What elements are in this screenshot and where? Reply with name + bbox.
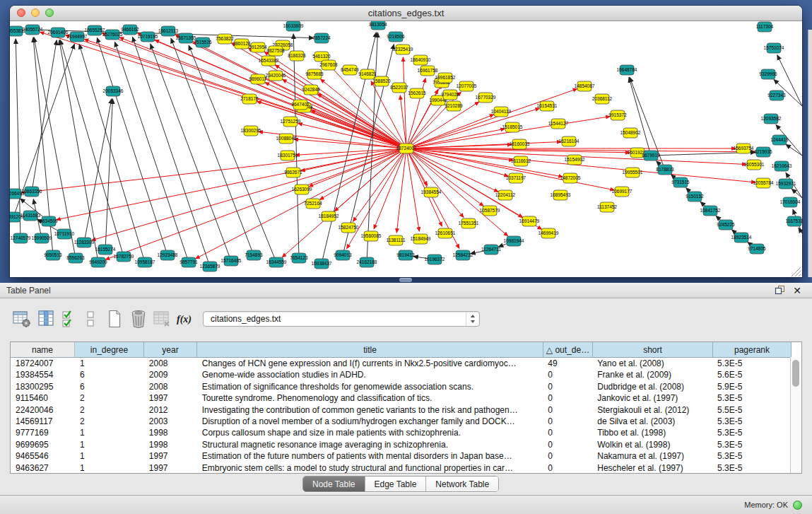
graph-node[interactable]: 7563822 [216,34,234,44]
graph-node[interactable]: 16055301 [744,160,765,170]
unselect-all-columns-icon[interactable] [84,310,104,329]
graph-node[interactable]: 9714805 [748,244,766,254]
graph-node[interactable]: 2718176 [240,94,259,104]
graph-node[interactable]: 10841752 [700,206,721,216]
graph-node[interactable]: 9794028 [441,90,459,100]
table-row[interactable]: 1830029562008Estimation of significance … [11,381,791,392]
graph-edge[interactable] [97,37,167,255]
graph-node[interactable]: 10088046 [276,134,297,144]
graph-node[interactable]: 16344559 [266,257,287,267]
graph-node[interactable]: 8522037 [390,83,408,93]
function-builder-icon[interactable]: f(x) [177,310,201,329]
tab-node-table[interactable]: Node Table [303,477,365,491]
graph-node[interactable]: 12204112 [495,190,516,200]
graph-node[interactable]: 18923514 [731,233,752,243]
graph-node[interactable]: 7252164 [304,199,322,209]
graph-node[interactable]: 9466162 [121,25,139,35]
network-canvas[interactable]: 2055381124055724206914062194499710655257… [10,21,802,277]
graph-node[interactable]: 9915372 [608,110,627,120]
graph-node[interactable]: 9647402 [291,100,310,110]
graph-node[interactable]: 23420046 [266,71,286,81]
graph-node[interactable]: 8186328 [288,51,306,61]
graph-node[interactable]: 14854087 [575,81,595,91]
graph-edge[interactable] [406,115,494,148]
graph-node[interactable]: 16914479 [519,216,540,226]
graph-node[interactable]: 16961758 [418,66,438,76]
graph-edge[interactable] [406,148,483,206]
table-vertical-scrollbar[interactable] [790,357,801,473]
graph-edge[interactable] [629,78,651,156]
graph-node[interactable]: 9050513 [44,250,62,260]
graph-node[interactable]: 8813054 [369,21,387,30]
network-window-titlebar[interactable]: citations_edges.txt [10,6,802,21]
table-row[interactable]: 946362711997Embryonic stem cells: a mode… [11,462,791,473]
graph-node[interactable]: 19560085 [361,231,382,241]
graph-node[interactable]: 12751259 [281,117,301,127]
graph-node[interactable]: 11283309 [74,238,95,247]
table-row[interactable]: 911546021997Tourette syndrome. Phenomeno… [11,392,791,404]
tab-edge-table[interactable]: Edge Table [365,477,427,491]
graph-edge[interactable] [317,94,406,148]
graph-node[interactable]: 9731515 [671,177,690,187]
graph-node[interactable]: 14872005 [560,173,581,183]
graph-node[interactable]: 8679919 [642,151,660,160]
graph-edge[interactable] [406,148,498,192]
column-header-pagerank[interactable]: pagerank [713,342,792,357]
graph-node[interactable]: 12093582 [761,114,782,124]
scrollbar-thumb[interactable] [792,360,799,387]
table-row[interactable]: 1456911722003Disruption of a novel membe… [11,416,791,427]
table-mode-icon[interactable] [13,310,33,329]
graph-node[interactable]: 16895493 [551,190,571,200]
graph-node[interactable]: 18300295 [241,126,261,136]
delete-columns-icon[interactable] [129,310,149,329]
graph-node[interactable]: 7515526 [194,37,212,47]
graph-node[interactable]: 12584232 [453,250,473,260]
graph-node[interactable]: 9146821 [358,69,377,79]
graph-node[interactable]: 24055724 [23,25,43,35]
graph-node[interactable]: 9857791 [180,257,198,267]
graph-node[interactable]: 19961852 [435,73,456,83]
graph-node[interactable]: 19384554 [421,187,442,197]
graph-node[interactable]: 1117304 [756,22,774,32]
graph-node[interactable]: 2967608 [319,60,338,70]
graph-node[interactable]: 1562615 [408,88,426,98]
graph-node[interactable]: 9329966 [759,69,777,79]
graph-node[interactable]: 16154531 [537,101,558,111]
graph-edge[interactable] [60,40,124,257]
graph-node[interactable]: 20368112 [592,94,613,104]
graph-edge[interactable] [283,79,406,148]
graph-node[interactable]: 1588520 [372,76,391,86]
graph-node[interactable]: 9094013 [334,250,352,260]
graph-node[interactable]: 16938437 [312,259,332,269]
graph-node[interactable]: 18184952 [319,211,339,221]
graph-node[interactable]: 21944997 [67,32,88,42]
graph-node[interactable]: 9860128 [233,39,251,49]
graph-edge[interactable] [84,99,112,243]
column-header-year[interactable]: year [144,342,197,357]
graph-node[interactable]: 15184949 [411,234,431,244]
graph-node[interactable]: 12365879 [200,262,220,271]
create-column-icon[interactable] [105,310,125,329]
graph-node[interactable]: 11137452 [597,202,617,212]
table-row[interactable]: 1872400712008Changes of HCN gene express… [11,358,791,369]
graph-edge[interactable] [171,38,254,255]
graph-edge[interactable] [79,45,145,262]
graph-node[interactable]: 12325419 [393,45,413,54]
table-row[interactable]: 2242004622012Investigating the contribut… [11,404,791,416]
graph-node[interactable]: 16782759 [114,252,134,262]
graph-node[interactable]: 9949209 [89,257,107,267]
graph-node[interactable]: 15824750 [339,223,359,233]
graph-node[interactable]: 8178833 [656,165,674,175]
graph-node[interactable]: 15154902 [565,155,585,165]
table-selector-dropdown[interactable]: citations_edges.txt [203,311,480,327]
graph-edge[interactable] [133,37,210,267]
graph-edge[interactable] [114,42,189,262]
graph-node[interactable]: 10587579 [480,206,500,216]
graph-node[interactable]: 8215935 [754,147,772,157]
column-header-title[interactable]: title [197,342,543,357]
graph-node[interactable]: 10371197 [506,173,526,183]
graph-node[interactable]: 10196372 [425,255,445,264]
graph-edge[interactable] [319,148,406,199]
graph-node[interactable]: 15048902 [620,128,641,138]
graph-node[interactable]: 19955501 [623,168,643,177]
